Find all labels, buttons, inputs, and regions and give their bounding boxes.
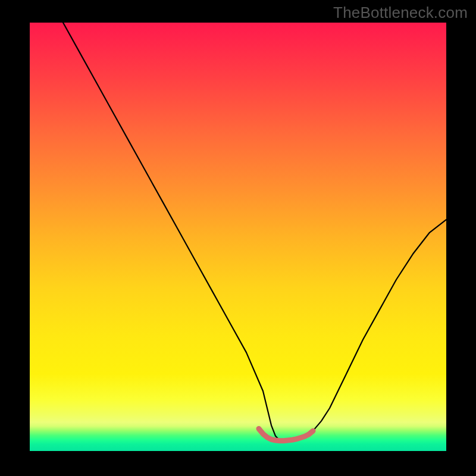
black-curve — [63, 23, 446, 440]
watermark-text: TheBottleneck.com — [333, 4, 468, 22]
curve-layer — [30, 23, 446, 451]
plot-area — [30, 23, 446, 451]
chart-frame: TheBottleneck.com — [0, 0, 476, 476]
valley-highlight — [259, 429, 313, 441]
